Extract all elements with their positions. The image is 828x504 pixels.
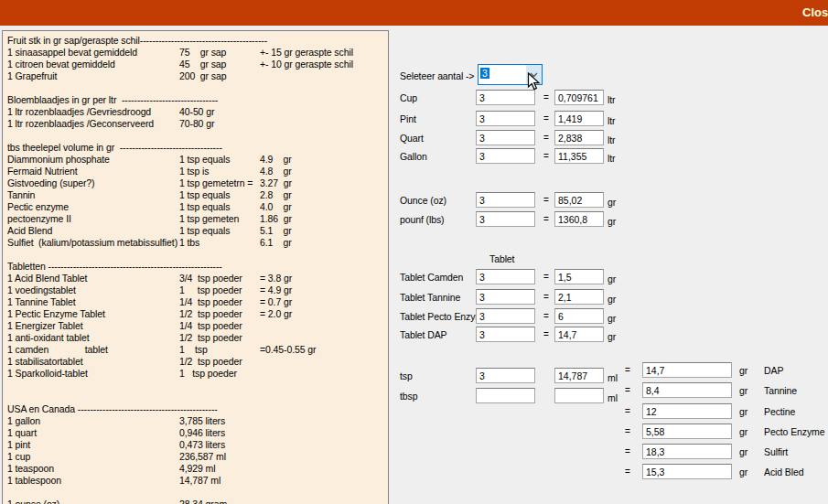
info-row-extra: 4.0 gr <box>260 201 292 213</box>
amount-input[interactable] <box>476 111 535 126</box>
info-row: 1 citroen bevat gemiddeld 45 gr sap +- 1… <box>3 59 388 70</box>
gram-result-input[interactable] <box>642 382 732 398</box>
unit-label: gr <box>608 216 616 227</box>
combobox-dropdown-button[interactable] <box>526 65 542 84</box>
info-row-extra: = 0.7 gr <box>260 296 292 308</box>
info-row-amount: 3/4 tsp poeder <box>179 273 242 284</box>
info-row-text: Fermaid Nutrient <box>7 166 78 177</box>
info-row-text: 1 Pectic Enzyme Tablet <box>7 308 105 320</box>
info-row <box>3 130 388 142</box>
unit-label: gr <box>739 365 747 376</box>
result-input[interactable] <box>554 192 604 208</box>
amount-input[interactable] <box>476 327 535 342</box>
info-row-text: 1 ltr rozenblaadjes /Geconserveerd <box>7 118 154 130</box>
equals-sign: = <box>625 466 630 477</box>
amount-input[interactable] <box>476 130 535 145</box>
amount-input[interactable] <box>476 211 535 227</box>
info-row-amount: 1/4 tsp poeder <box>179 296 242 308</box>
amount-input[interactable] <box>476 90 535 105</box>
info-row-text: 1 teaspoon <box>7 463 54 475</box>
conversion-row: Tablet Camden = gr <box>393 269 828 285</box>
info-row-amount: 1 tsp equals <box>179 225 230 237</box>
info-row-text: Acid Blend <box>7 225 52 237</box>
gram-result-input[interactable] <box>642 403 732 419</box>
row-label: Tablet DAP <box>400 329 447 340</box>
info-row-amount: 0,473 liters <box>179 439 225 451</box>
info-row <box>3 487 388 499</box>
info-row-amount: 1/2 tsp poeder <box>179 332 242 344</box>
result-input[interactable] <box>554 111 604 126</box>
result-input[interactable] <box>554 211 604 227</box>
gram-result-row: = gr Tannine <box>393 382 828 399</box>
substance-label: Pecto Enzyme <box>764 426 825 437</box>
result-input[interactable] <box>554 148 604 164</box>
info-row: 1 Acid Blend Tablet 3/4 tsp poeder = 3.8… <box>3 273 388 284</box>
conversion-row: Tablet DAP = gr <box>393 327 828 343</box>
result-input[interactable] <box>554 90 604 105</box>
info-row: 1 teaspoon 4,929 ml <box>3 463 388 475</box>
unit-label: gr <box>608 331 616 342</box>
equals-sign: = <box>543 292 549 302</box>
amount-input[interactable] <box>476 308 535 324</box>
gram-result-input[interactable] <box>642 362 732 378</box>
info-row-text: 1 Grapefruit <box>7 70 57 82</box>
info-row: Bloemblaadjes in gr per ltr ------------… <box>3 94 388 106</box>
conversion-row: Ounce (oz) = gr <box>393 192 828 209</box>
info-row: USA en Canada --------------------------… <box>3 403 388 415</box>
row-label: Ounce (oz) <box>400 195 446 206</box>
info-row-amount: 14,787 ml <box>179 475 220 487</box>
unit-label: ltr <box>608 115 615 126</box>
unit-label: gr <box>608 313 616 324</box>
info-row: 1 Energizer Tablet 1/4 tsp poeder <box>3 320 388 332</box>
gram-result-input[interactable] <box>642 424 732 439</box>
info-row-text: 1 Sparkolloid-tablet <box>7 368 88 380</box>
info-row-amount: 1/2 tsp poeder <box>179 356 242 368</box>
info-row-extra: 1.86 gr <box>260 213 292 225</box>
unit-label: gr <box>739 385 747 396</box>
info-row: Diammonium phosphate 1 tsp equals 4.9 gr <box>3 154 388 166</box>
amount-input[interactable] <box>476 289 535 305</box>
info-row-amount: 1/4 tsp poeder <box>179 320 242 332</box>
amount-input[interactable] <box>476 148 535 164</box>
conversion-row: Tablet Tannine = gr <box>393 289 828 306</box>
info-row-text: USA en Canada --------------------------… <box>7 403 218 415</box>
equals-sign: = <box>543 311 549 321</box>
result-input[interactable] <box>554 269 604 284</box>
unit-label: ltr <box>608 153 615 164</box>
equals-sign: = <box>625 365 630 375</box>
substance-label: Acid Bled <box>764 466 803 477</box>
info-row-text: 1 voedingstablet <box>7 284 76 296</box>
result-input[interactable] <box>554 130 604 145</box>
equals-sign: = <box>543 272 549 282</box>
info-row-text: 1 citroen bevat gemiddeld <box>7 59 115 70</box>
info-row-amount: 70-80 gr <box>179 118 214 130</box>
result-input[interactable] <box>554 289 604 305</box>
info-row-text: Sulfiet (kalium/potassium metabissulfiet… <box>7 237 177 249</box>
amount-selector-label: Seleteer aantal -> <box>400 70 474 81</box>
amount-input[interactable] <box>476 269 535 284</box>
result-input[interactable] <box>554 308 604 324</box>
amount-input[interactable] <box>476 192 535 208</box>
info-row-text: 1 tablespoon <box>7 475 61 487</box>
row-label: Tablet Tannine <box>400 292 460 303</box>
conversion-row: Gallon = ltr <box>393 148 828 165</box>
info-row: Tabletten ------------------------------… <box>3 261 388 273</box>
info-row-amount: 3,785 liters <box>179 415 225 427</box>
chevron-down-icon <box>530 72 538 78</box>
equals-sign: = <box>543 92 549 102</box>
amount-combobox[interactable]: 3 <box>478 64 543 85</box>
info-row-amount: 1 tsp <box>179 344 208 356</box>
info-row-amount: 1 tbs <box>179 237 199 249</box>
result-input[interactable] <box>554 327 604 342</box>
gram-result-input[interactable] <box>642 464 732 479</box>
info-row-extra: = 4.9 gr <box>260 284 292 296</box>
equals-sign: = <box>625 385 630 395</box>
info-row-text: Pectic enzyme <box>7 201 69 213</box>
info-row-amount: 1 tsp poeder <box>179 368 237 380</box>
gram-result-row: = gr Sulfirt <box>393 444 828 460</box>
row-label: pounf (lbs) <box>400 214 445 225</box>
unit-label: gr <box>739 406 747 417</box>
info-row: 1 gallon 3,785 liters <box>3 415 388 427</box>
gram-result-input[interactable] <box>642 444 732 459</box>
info-row: tbs theelepel volume in gr -------------… <box>3 142 388 154</box>
